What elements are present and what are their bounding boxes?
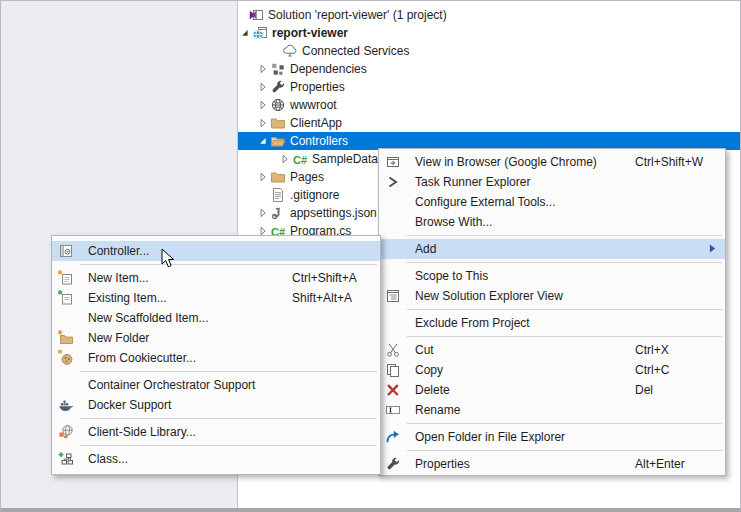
icon-gutter <box>385 214 407 230</box>
expander-expanded-icon[interactable] <box>238 25 252 41</box>
menu-separator <box>80 371 377 372</box>
menu-item-shortcut: Del <box>635 380 653 400</box>
context-menu: View in Browser (Google Chrome)Ctrl+Shif… <box>378 148 726 476</box>
tree-item-label: Connected Services <box>302 44 409 58</box>
new-item-icon: * <box>58 270 80 286</box>
icon-gutter <box>58 310 80 326</box>
rename-icon <box>385 402 407 418</box>
tree-item-label: Solution 'report-viewer' (1 project) <box>268 8 447 22</box>
expander-none-icon <box>256 187 270 203</box>
menu-separator <box>407 309 722 310</box>
menu-item-label: Cut <box>415 343 434 357</box>
menu-item-cut[interactable]: CutCtrl+X <box>379 340 725 360</box>
expander-collapsed-icon[interactable] <box>256 79 270 95</box>
existing-item-icon: * <box>58 290 80 306</box>
menu-item-label: Open Folder in File Explorer <box>415 430 565 444</box>
menu-item-label: Properties <box>415 457 470 471</box>
menu-separator <box>80 264 377 265</box>
menu-item-shortcut: Ctrl+Shift+W <box>635 152 703 172</box>
menu-item-task-runner-explorer[interactable]: Task Runner Explorer <box>379 172 725 192</box>
menu-item-docker-support[interactable]: Docker Support <box>52 395 380 415</box>
menu-item-browse-with[interactable]: Browse With... <box>379 212 725 232</box>
tree-item-label: Dependencies <box>290 62 367 76</box>
cut-icon <box>385 342 407 358</box>
menu-item-delete[interactable]: DeleteDel <box>379 380 725 400</box>
add-submenu: Controller...*New Item...Ctrl+Shift+A*Ex… <box>51 235 381 475</box>
tree-item-solution-report-viewer-1-project[interactable]: Solution 'report-viewer' (1 project) <box>238 6 740 24</box>
expander-collapsed-icon[interactable] <box>256 97 270 113</box>
tree-item-label: Pages <box>290 170 324 184</box>
tree-item-label: .gitignore <box>290 188 339 202</box>
menu-item-shortcut: Ctrl+Shift+A <box>292 268 357 288</box>
menu-item-shortcut: Alt+Enter <box>635 454 685 474</box>
tree-item-label: ClientApp <box>290 116 342 130</box>
menu-item-from-cookiecutter[interactable]: *From Cookiecutter... <box>52 348 380 368</box>
menu-item-container-orchestrator-support[interactable]: Container Orchestrator Support <box>52 375 380 395</box>
icon-gutter <box>385 241 407 257</box>
expander-none-icon <box>268 43 282 59</box>
menu-item-open-folder-in-file-explorer[interactable]: Open Folder in File Explorer <box>379 427 725 447</box>
menu-item-configure-external-tools[interactable]: Configure External Tools... <box>379 192 725 212</box>
mouse-cursor-icon <box>161 248 177 270</box>
menu-separator <box>407 235 722 236</box>
menu-item-new-folder[interactable]: *New Folder <box>52 328 380 348</box>
menu-separator <box>407 450 722 451</box>
menu-item-label: Rename <box>415 403 460 417</box>
menu-item-existing-item[interactable]: *Existing Item...Shift+Alt+A <box>52 288 380 308</box>
menu-item-rename[interactable]: Rename <box>379 400 725 420</box>
wrench-icon <box>385 456 407 472</box>
expander-expanded-icon[interactable] <box>256 133 270 149</box>
menu-item-exclude-from-project[interactable]: Exclude From Project <box>379 313 725 333</box>
expander-collapsed-icon[interactable] <box>278 151 292 167</box>
menu-item-properties[interactable]: PropertiesAlt+Enter <box>379 454 725 474</box>
menu-item-label: Delete <box>415 383 450 397</box>
menu-item-class[interactable]: Class... <box>52 449 380 469</box>
menu-item-copy[interactable]: CopyCtrl+C <box>379 360 725 380</box>
expander-collapsed-icon[interactable] <box>256 115 270 131</box>
menu-item-new-item[interactable]: *New Item...Ctrl+Shift+A <box>52 268 380 288</box>
menu-item-label: Copy <box>415 363 443 377</box>
menu-item-controller[interactable]: Controller... <box>52 241 380 261</box>
menu-item-label: Exclude From Project <box>415 316 530 330</box>
globe-icon <box>270 97 286 113</box>
menu-item-label: Add <box>415 242 436 256</box>
folder-closed-icon <box>270 115 286 131</box>
tree-item-dependencies[interactable]: Dependencies <box>238 60 740 78</box>
menu-separator <box>407 423 722 424</box>
menu-item-label: Configure External Tools... <box>415 195 556 209</box>
copy-icon <box>385 362 407 378</box>
menu-item-client-side-library[interactable]: Client-Side Library... <box>52 422 380 442</box>
connected-services-icon <box>282 43 298 59</box>
visual-studio-window: Solution 'report-viewer' (1 project)repo… <box>0 0 741 512</box>
tree-item-report-viewer[interactable]: report-viewer <box>238 24 740 42</box>
expander-collapsed-icon[interactable] <box>256 205 270 221</box>
folder-open-icon <box>270 133 286 149</box>
tree-item-clientapp[interactable]: ClientApp <box>238 114 740 132</box>
tree-item-properties[interactable]: Properties <box>238 78 740 96</box>
controller-icon <box>58 243 80 259</box>
menu-item-shortcut: Ctrl+C <box>635 360 669 380</box>
tree-item-wwwroot[interactable]: wwwroot <box>238 96 740 114</box>
menu-item-label: Docker Support <box>88 398 171 412</box>
delete-icon <box>385 382 407 398</box>
menu-item-add[interactable]: Add <box>379 239 725 259</box>
menu-item-shortcut: Shift+Alt+A <box>292 288 352 308</box>
view-in-browser-icon <box>385 154 407 170</box>
expander-collapsed-icon[interactable] <box>256 169 270 185</box>
tree-item-label: Properties <box>290 80 345 94</box>
menu-item-new-solution-explorer-view[interactable]: New Solution Explorer View <box>379 286 725 306</box>
tree-item-connected-services[interactable]: Connected Services <box>238 42 740 60</box>
text-file-icon <box>270 187 286 203</box>
menu-item-view-in-browser-google-chrome[interactable]: View in Browser (Google Chrome)Ctrl+Shif… <box>379 152 725 172</box>
menu-item-scope-to-this[interactable]: Scope to This <box>379 266 725 286</box>
menu-separator <box>407 336 722 337</box>
expander-collapsed-icon[interactable] <box>256 61 270 77</box>
tree-item-label: appsettings.json <box>290 206 377 220</box>
menu-item-new-scaffolded-item[interactable]: New Scaffolded Item... <box>52 308 380 328</box>
aspnet-project-icon <box>252 25 268 41</box>
wrench-icon <box>270 79 286 95</box>
menu-item-label: New Solution Explorer View <box>415 289 563 303</box>
solution-icon <box>248 7 264 23</box>
menu-item-label: New Item... <box>88 271 149 285</box>
task-runner-icon <box>385 174 407 190</box>
